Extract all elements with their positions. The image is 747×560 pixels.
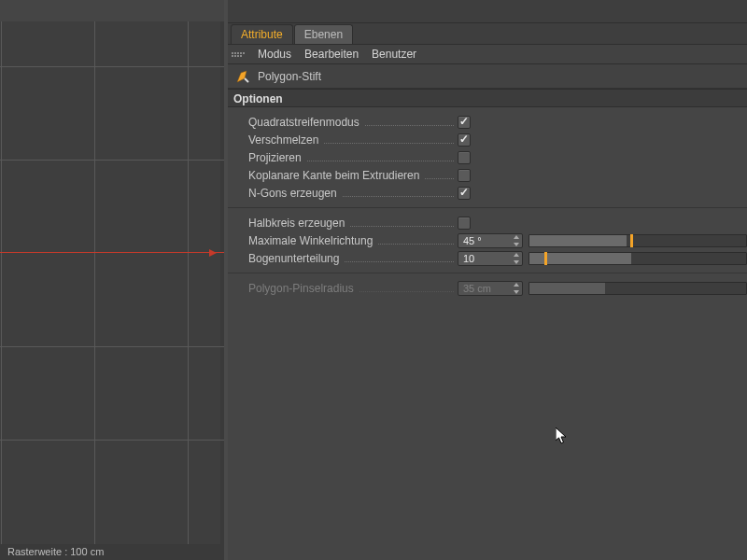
viewport-toolbar	[0, 0, 224, 21]
row-verschmelzen: Verschmelzen	[228, 131, 747, 148]
input-bogen[interactable]: 10	[458, 251, 523, 266]
viewport-status: Rasterweite : 100 cm	[0, 544, 224, 560]
checkbox-koplanare-kante[interactable]	[458, 169, 471, 182]
panel-top-gap	[228, 0, 747, 23]
row-halbkreis: Halbkreis erzeugen	[228, 214, 747, 231]
tool-name: Polygon-Stift	[258, 70, 321, 83]
tool-header: Polygon-Stift	[228, 64, 747, 89]
label-ngons: N-Gons erzeugen	[248, 187, 337, 200]
menubar-grip-icon[interactable]	[232, 48, 245, 61]
label-pinselradius: Polygon-Pinselradius	[248, 282, 354, 295]
slider-bogen[interactable]	[529, 252, 747, 265]
row-max-winkel: Maximale Winkelrichtung 45 °	[228, 231, 747, 249]
checkbox-projizieren[interactable]	[458, 151, 471, 164]
viewport-grid[interactable]	[0, 21, 224, 544]
viewport-3d[interactable]: Rasterweite : 100 cm	[0, 0, 224, 560]
svg-line-1	[245, 78, 248, 82]
row-quadratstreifenmodus: Quadratstreifenmodus	[228, 113, 747, 131]
label-koplanare-kante: Koplanare Kante beim Extrudieren	[248, 169, 419, 182]
label-projizieren: Projizieren	[248, 151, 302, 164]
tab-attribute[interactable]: Attribute	[231, 24, 293, 44]
axis-x-arrow	[209, 249, 217, 257]
menu-bearbeiten[interactable]: Bearbeiten	[304, 48, 359, 61]
row-ngons: N-Gons erzeugen	[228, 184, 747, 202]
label-halbkreis: Halbkreis erzeugen	[248, 217, 345, 230]
polygon-pen-icon	[235, 69, 250, 84]
checkbox-halbkreis[interactable]	[458, 217, 471, 230]
row-koplanare-kante: Koplanare Kante beim Extrudieren	[228, 166, 747, 184]
row-pinselradius: Polygon-Pinselradius 35 cm	[228, 279, 747, 297]
tab-ebenen[interactable]: Ebenen	[294, 24, 353, 44]
label-quadratstreifenmodus: Quadratstreifenmodus	[248, 116, 359, 129]
checkbox-ngons[interactable]	[458, 187, 471, 200]
slider-pinselradius	[529, 282, 747, 295]
axis-x-line	[0, 252, 224, 253]
panel-tabs: Attribute Ebenen	[228, 23, 747, 44]
slider-max-winkel[interactable]	[529, 234, 747, 247]
section-optionen[interactable]: Optionen	[228, 89, 747, 107]
options-rows: Quadratstreifenmodus Verschmelzen Projiz…	[228, 107, 747, 297]
menu-modus[interactable]: Modus	[258, 48, 291, 61]
row-projizieren: Projizieren	[228, 148, 747, 166]
input-max-winkel[interactable]: 45 °	[458, 233, 523, 248]
input-pinselradius: 35 cm	[458, 281, 523, 296]
stepper-pinselradius	[513, 283, 520, 294]
label-bogen: Bogenunterteilung	[248, 252, 339, 265]
stepper-max-winkel[interactable]	[513, 235, 520, 246]
attribute-menubar: Modus Bearbeiten Benutzer	[228, 44, 747, 64]
menu-benutzer[interactable]: Benutzer	[372, 48, 416, 61]
attribute-panel: Attribute Ebenen Modus Bearbeiten Benutz…	[228, 0, 747, 560]
label-max-winkel: Maximale Winkelrichtung	[248, 234, 373, 247]
checkbox-verschmelzen[interactable]	[458, 133, 471, 147]
checkbox-quadratstreifenmodus[interactable]	[458, 116, 471, 129]
stepper-bogen[interactable]	[513, 253, 520, 264]
row-bogen: Bogenunterteilung 10	[228, 249, 747, 267]
svg-marker-0	[237, 71, 247, 82]
label-verschmelzen: Verschmelzen	[248, 133, 318, 147]
